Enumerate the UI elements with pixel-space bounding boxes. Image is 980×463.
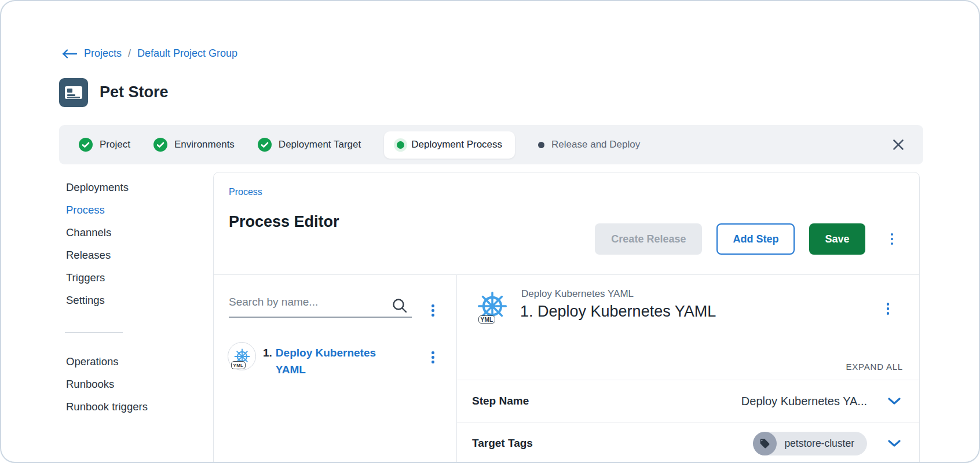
add-step-button[interactable]: Add Step (716, 223, 795, 255)
step-type-label: Deploy Kubernetes YAML (521, 288, 634, 300)
step-type-icon: YML (476, 290, 509, 325)
sidebar-divider (65, 332, 123, 333)
wizard-step-label: Environments (174, 139, 235, 150)
target-tag-pill[interactable]: petstore-cluster (753, 432, 867, 455)
step-number: 1. (263, 347, 272, 378)
step-property-rows: Step Name Deploy Kubernetes YA... Target… (457, 380, 919, 463)
target-tags-row[interactable]: Target Tags petstore-cluster (457, 422, 919, 463)
sidebar-item-releases[interactable]: Releases (66, 244, 129, 266)
wizard-step-label: Project (100, 139, 130, 150)
check-circle-icon (79, 138, 93, 152)
check-circle-icon (258, 138, 272, 152)
close-icon (891, 137, 906, 152)
search-icon[interactable] (391, 297, 408, 314)
tag-icon (753, 432, 777, 455)
step-name-row[interactable]: Step Name Deploy Kubernetes YA... (457, 380, 919, 422)
wizard-step-release-and-deploy[interactable]: Release and Deploy (538, 139, 640, 150)
breadcrumb: Projects / Default Project Group (61, 47, 237, 60)
chevron-down-icon[interactable] (888, 440, 901, 447)
wizard-step-label: Deployment Process (411, 139, 502, 150)
sidebar-item-runbooks[interactable]: Runbooks (66, 373, 148, 395)
search-input[interactable] (229, 291, 412, 318)
step-name-link[interactable]: Deploy Kubernetes YAML (276, 344, 380, 378)
upcoming-step-dot-icon (538, 142, 544, 148)
expand-all-button[interactable]: EXPAND ALL (846, 362, 903, 372)
step-search (229, 291, 412, 318)
yml-badge: YML (231, 361, 246, 369)
operations-side-nav: Operations Runbooks Runbook triggers (66, 350, 148, 418)
step-list-overflow-icon[interactable] (429, 301, 437, 320)
sidebar-item-runbook-triggers[interactable]: Runbook triggers (66, 395, 148, 418)
wizard-step-deployment-target[interactable]: Deployment Target (258, 138, 361, 152)
overflow-menu-icon[interactable] (888, 230, 897, 249)
step-list-item[interactable]: YML 1. Deploy Kubernetes YAML (228, 342, 380, 378)
target-tags-label: Target Tags (472, 437, 533, 450)
editor-actions: Create Release Add Step Save (595, 223, 896, 255)
step-item-overflow-icon[interactable] (429, 348, 437, 367)
chevron-down-icon[interactable] (888, 398, 901, 405)
editor-title: Process Editor (229, 213, 339, 231)
sidebar-item-triggers[interactable]: Triggers (66, 266, 129, 289)
close-wizard-button[interactable] (891, 137, 906, 152)
sidebar-item-operations[interactable]: Operations (66, 350, 148, 373)
breadcrumb-separator: / (128, 47, 131, 60)
app-window: Projects / Default Project Group Pet Sto… (0, 0, 980, 463)
sidebar-item-channels[interactable]: Channels (66, 221, 129, 244)
yml-badge: YML (478, 315, 495, 324)
create-release-button[interactable]: Create Release (595, 223, 702, 255)
page-title: Pet Store (100, 83, 169, 101)
editor-breadcrumb-link[interactable]: Process (229, 187, 262, 197)
step-detail-overflow-icon[interactable] (884, 299, 893, 318)
wizard-step-label: Release and Deploy (551, 139, 640, 150)
save-button[interactable]: Save (809, 223, 865, 255)
back-arrow-icon[interactable] (61, 49, 78, 59)
sidebar-item-deployments[interactable]: Deployments (66, 176, 129, 199)
process-editor-header: Process Process Editor Create Release Ad… (214, 172, 919, 275)
wizard-step-environments[interactable]: Environments (153, 138, 235, 152)
sidebar-item-settings[interactable]: Settings (66, 289, 129, 311)
step-avatar: YML (228, 342, 256, 370)
project-card-icon (59, 78, 88, 107)
setup-wizard-bar: Project Environments Deployment Target D… (59, 125, 923, 164)
project-side-nav: Deployments Process Channels Releases Tr… (66, 176, 129, 311)
wizard-step-project[interactable]: Project (79, 138, 130, 152)
breadcrumb-link-project-group[interactable]: Default Project Group (137, 47, 237, 60)
step-list-pane: YML 1. Deploy Kubernetes YAML (214, 275, 457, 463)
wizard-step-label: Deployment Target (279, 139, 361, 150)
current-step-dot-icon (397, 141, 404, 149)
tag-label: petstore-cluster (777, 438, 867, 450)
step-name-label: Step Name (472, 395, 529, 407)
step-name-value: Deploy Kubernetes YA... (741, 395, 867, 408)
step-detail-pane: YML Deploy Kubernetes YAML 1. Deploy Kub… (457, 275, 919, 463)
sidebar-item-process[interactable]: Process (66, 199, 129, 221)
check-circle-icon (153, 138, 167, 152)
wizard-step-deployment-process-current[interactable]: Deployment Process (384, 131, 515, 159)
breadcrumb-link-projects[interactable]: Projects (84, 47, 122, 60)
step-detail-title: 1. Deploy Kubernetes YAML (520, 303, 716, 321)
process-editor-card: Process Process Editor Create Release Ad… (213, 172, 920, 463)
